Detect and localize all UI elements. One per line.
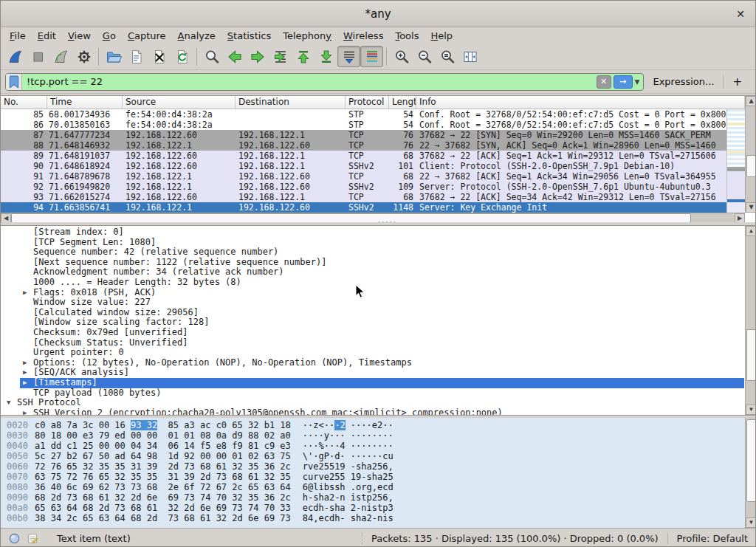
hex-row[interactable]: 00a065 63 64 68 2d 73 68 61 32 2d 6e 69 … <box>1 503 756 513</box>
menu-item-help[interactable]: Help <box>425 29 458 43</box>
packet-row-92[interactable]: 9271.661949820192.168.122.1192.168.122.6… <box>1 182 726 192</box>
filter-clear-button[interactable]: ✕ <box>597 75 611 89</box>
column-header-length[interactable]: Length <box>389 96 416 109</box>
go-forward-button[interactable] <box>246 46 269 67</box>
menu-item-capture[interactable]: Capture <box>122 29 172 43</box>
hex-row[interactable]: 00b038 34 2c 65 63 64 68 2d 73 68 61 32 … <box>1 513 756 523</box>
column-header-protocol[interactable]: Protocol <box>346 96 389 109</box>
detail-row[interactable]: ▶Flags: 0x018 (PSH, ACK) <box>1 288 744 298</box>
detail-row[interactable]: ▶Options: (12 bytes), No-Operation (NOP)… <box>1 358 744 368</box>
capture-start-button[interactable] <box>4 46 27 67</box>
expand-icon[interactable]: ▶ <box>23 358 27 368</box>
expand-icon[interactable]: ▶ <box>23 288 27 298</box>
scroll-down-icon[interactable]: ▼ <box>746 405 756 415</box>
collapse-icon[interactable]: ▼ <box>7 398 10 408</box>
filter-bookmark-button[interactable] <box>6 74 22 90</box>
go-top-button[interactable] <box>292 46 315 67</box>
packet-row-86[interactable]: 8670.013850163fe:54:00:d4:38:2aSTP54Conf… <box>1 120 726 130</box>
go-back-button[interactable] <box>223 46 246 67</box>
file-save-button[interactable] <box>125 46 148 67</box>
scrollbar-thumb[interactable] <box>746 419 756 502</box>
hex-row[interactable]: 008036 40 6c 69 62 73 73 68 2e 6f 72 67 … <box>1 482 756 492</box>
file-close-button[interactable] <box>148 46 171 67</box>
detail-row[interactable]: ▶[Timestamps] <box>20 378 744 388</box>
close-button[interactable]: ✕ <box>733 7 748 21</box>
detail-row[interactable]: Window size value: 227 <box>1 297 744 308</box>
scroll-up-icon[interactable]: ▲ <box>746 226 756 236</box>
detail-row[interactable]: Checksum: 0x79ed [unverified] <box>1 328 744 338</box>
column-header-source[interactable]: Source <box>123 96 236 109</box>
file-open-button[interactable] <box>102 46 125 67</box>
detail-row[interactable]: Urgent pointer: 0 <box>1 348 744 358</box>
expand-icon[interactable]: ▶ <box>23 408 27 416</box>
detail-row[interactable]: 1000 .... = Header Length: 32 bytes (8) <box>1 278 744 288</box>
packet-row-85[interactable]: 8568.001734936fe:54:00:d4:38:2aSTP54Conf… <box>1 109 726 120</box>
packet-row-90[interactable]: 9071.648618924192.168.122.60192.168.122.… <box>1 161 726 171</box>
hex-row[interactable]: 0040a1 dd c1 25 00 00 04 34 06 14 f5 e8 … <box>1 441 756 451</box>
expression-button[interactable]: Expression... <box>644 76 723 87</box>
filter-history-dropdown[interactable]: ▼ <box>635 78 640 86</box>
zoom-out-button[interactable] <box>413 46 436 67</box>
detail-row[interactable]: [Stream index: 0] <box>1 227 744 238</box>
detail-row[interactable]: Acknowledgment number: 34 (relative ack … <box>1 267 744 278</box>
zoom-in-button[interactable] <box>390 46 413 67</box>
hex-row[interactable]: 00505c 27 b2 67 50 ad 64 98 1d 92 00 00 … <box>1 451 756 461</box>
detail-row[interactable]: [Window size scaling factor: 128] <box>1 317 744 328</box>
column-header-info[interactable]: Info <box>416 96 745 109</box>
menu-item-go[interactable]: Go <box>97 29 122 43</box>
menu-item-telephony[interactable]: Telephony <box>277 29 337 43</box>
detail-row[interactable]: [Next sequence number: 1122 (relative se… <box>1 258 744 268</box>
go-to-packet-button[interactable] <box>269 46 292 67</box>
scroll-down-icon[interactable]: ▼ <box>746 202 756 213</box>
expand-icon[interactable]: ▶ <box>23 378 27 388</box>
hex-row[interactable]: 006072 76 65 32 35 35 31 39 2d 73 68 61 … <box>1 461 756 472</box>
menu-item-tools[interactable]: Tools <box>389 29 425 43</box>
details-vscrollbar[interactable]: ▲ ▼ <box>745 226 756 415</box>
auto-scroll-button[interactable] <box>337 46 360 67</box>
capture-restart-button[interactable] <box>49 46 72 67</box>
detail-row[interactable]: ▼SSH Protocol <box>1 398 744 408</box>
detail-row[interactable]: [TCP Segment Len: 1080] <box>1 238 744 248</box>
expand-icon[interactable]: ▶ <box>23 368 27 378</box>
menu-item-analyze[interactable]: Analyze <box>172 29 221 43</box>
detail-row[interactable]: ▶[SEQ/ACK analysis] <box>1 368 744 378</box>
menu-item-wireless[interactable]: Wireless <box>337 29 389 43</box>
filter-input[interactable] <box>22 76 597 87</box>
title-bar[interactable]: *any ✕ <box>1 1 755 27</box>
hex-row[interactable]: 003080 18 00 e3 79 ed 00 00 01 01 08 0a … <box>1 430 756 441</box>
column-header-no[interactable]: No. <box>1 96 47 109</box>
zoom-reset-button[interactable] <box>436 46 458 67</box>
hex-vscrollbar[interactable]: ▼ <box>745 418 756 528</box>
profile-selector[interactable]: Profile: Default <box>667 533 755 544</box>
colorize-button[interactable] <box>360 46 383 67</box>
packet-row-88[interactable]: 8871.648146932192.168.122.1192.168.122.6… <box>1 140 726 151</box>
packet-list-minimap[interactable] <box>726 109 745 213</box>
column-header-time[interactable]: Time <box>47 96 123 109</box>
hex-row[interactable]: 0020c0 a8 7a 3c 00 16 93 32 85 a3 ac c0 … <box>1 420 756 430</box>
packet-row-87[interactable]: 8771.647777234192.168.122.60192.168.122.… <box>1 130 726 140</box>
expert-info-icon[interactable] <box>8 532 21 545</box>
find-packet-button[interactable] <box>200 46 223 67</box>
packet-row-91[interactable]: 9171.648789678192.168.122.1192.168.122.6… <box>1 171 726 182</box>
packet-list-hscrollbar[interactable]: ◀ ▶ <box>1 213 745 223</box>
resize-columns-button[interactable] <box>458 46 481 67</box>
capture-comment-icon[interactable] <box>27 532 39 545</box>
scrollbar-thumb[interactable] <box>746 329 756 381</box>
detail-row[interactable]: Sequence number: 42 (relative sequence n… <box>1 247 744 258</box>
packet-row-94[interactable]: 9471.663856741192.168.122.1192.168.122.6… <box>1 202 726 213</box>
go-bottom-button[interactable] <box>315 46 337 67</box>
file-reload-button[interactable] <box>171 46 193 67</box>
menu-item-file[interactable]: File <box>4 29 32 43</box>
scroll-up-icon[interactable]: ▲ <box>746 96 756 106</box>
packet-list-vscrollbar[interactable]: ▲ ▼ <box>745 96 756 213</box>
scrollbar-thumb[interactable] <box>746 155 756 177</box>
hex-row[interactable]: 007063 75 72 76 65 32 35 35 31 39 2d 73 … <box>1 472 756 482</box>
packet-row-93[interactable]: 9371.662015274192.168.122.60192.168.122.… <box>1 192 726 202</box>
capture-stop-button[interactable] <box>27 46 49 67</box>
hex-row[interactable]: 009068 2d 73 68 61 32 2d 6e 69 73 74 70 … <box>1 492 756 503</box>
packet-row-89[interactable]: 8971.648191037192.168.122.60192.168.122.… <box>1 151 726 161</box>
filter-apply-button[interactable]: → <box>614 75 633 89</box>
scroll-down-icon[interactable]: ▼ <box>746 517 756 528</box>
capture-options-button[interactable] <box>72 46 95 67</box>
detail-row[interactable]: ▶SSH Version 2 (encryption:chacha20-poly… <box>1 408 744 416</box>
